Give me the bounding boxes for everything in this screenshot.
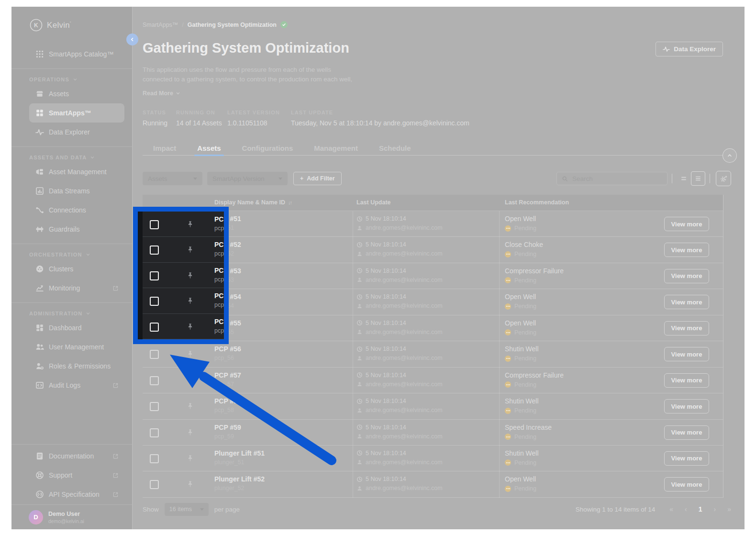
view-more-button[interactable]: View more <box>664 269 709 283</box>
sidebar-item-roles-permissions[interactable]: Roles & Permissions <box>29 357 124 376</box>
sidebar-item-connections[interactable]: Connections <box>29 201 124 220</box>
pin-icon[interactable] <box>187 377 194 384</box>
search-input[interactable] <box>571 175 662 183</box>
collapse-panel-button[interactable] <box>723 148 737 163</box>
sidebar-item-assets[interactable]: Assets <box>29 84 124 103</box>
view-more-button[interactable]: View more <box>664 425 709 440</box>
read-more-button[interactable]: Read More <box>143 90 180 97</box>
pagination-control[interactable]: » <box>727 505 731 513</box>
pagination-control[interactable]: ‹ <box>685 505 687 513</box>
add-filter-button[interactable]: + Add Filter <box>293 172 342 185</box>
asset-id: pcp_57 <box>214 381 241 388</box>
sidebar-item-label: Data Streams <box>49 187 90 195</box>
pin-icon[interactable] <box>187 220 194 227</box>
table-row[interactable]: PCP #55 pcp_55 5 Nov 18:10:14 andre.gome… <box>143 315 723 341</box>
table-row[interactable]: PCP #53 pcp_53 5 Nov 18:10:14 andre.gome… <box>143 263 723 289</box>
table-row[interactable]: PCP #56 pcp_56 5 Nov 18:10:14 andre.gome… <box>143 341 723 367</box>
smartapp-version-filter-select[interactable]: SmartApp Version <box>207 172 288 185</box>
view-more-button[interactable]: View more <box>664 451 709 466</box>
sort-icon[interactable]: ↓↑ <box>288 200 291 205</box>
asset-name: PCP #51 <box>214 215 241 223</box>
section-header[interactable]: ORCHESTRATION <box>29 250 124 259</box>
row-checkbox[interactable] <box>150 246 159 255</box>
sidebar-item-clusters[interactable]: Clusters <box>29 259 124 279</box>
view-more-button[interactable]: View more <box>664 217 709 231</box>
pin-icon[interactable] <box>187 350 194 357</box>
row-checkbox[interactable] <box>150 402 159 411</box>
view-more-button[interactable]: View more <box>664 373 709 388</box>
caret-down-icon <box>200 508 204 511</box>
sidebar-item-data-explorer[interactable]: Data Explorer <box>29 123 124 142</box>
section-header[interactable]: ADMINISTRATION <box>29 309 124 318</box>
view-more-button[interactable]: View more <box>664 295 709 309</box>
pin-icon[interactable] <box>187 402 194 410</box>
page-size-select[interactable]: 16 items <box>165 503 209 516</box>
sidebar-item-monitoring[interactable]: Monitoring <box>29 279 124 298</box>
pin-icon[interactable] <box>187 246 194 253</box>
table-row[interactable]: PCP #54 pcp_54 5 Nov 18:10:14 andre.gome… <box>143 289 723 315</box>
view-more-button[interactable]: View more <box>664 243 709 257</box>
table-row[interactable]: Plunger Lift #51 plunger_51 5 Nov 18:10:… <box>143 446 723 471</box>
sidebar-item-asset-management[interactable]: Asset Management <box>29 162 124 181</box>
pin-icon[interactable] <box>187 429 194 436</box>
table-row[interactable]: PCP #59 pcp_59 5 Nov 18:10:14 andre.gome… <box>143 420 723 446</box>
row-checkbox[interactable] <box>150 428 159 437</box>
pin-icon[interactable] <box>187 480 194 488</box>
row-checkbox[interactable] <box>150 220 159 229</box>
row-checkbox[interactable] <box>150 480 159 489</box>
table-row[interactable]: Plunger Lift #52 plunger_52 5 Nov 18:10:… <box>143 471 723 497</box>
data-explorer-button[interactable]: Data Explorer <box>656 42 723 56</box>
pin-icon[interactable] <box>187 324 194 332</box>
row-checkbox[interactable] <box>150 376 159 385</box>
view-more-button[interactable]: View more <box>664 321 709 335</box>
table-row[interactable]: PCP #58 pcp_58 5 Nov 18:10:14 andre.gome… <box>143 393 723 419</box>
user-profile[interactable]: D Demo User demo@kelvin.ai <box>11 504 132 529</box>
sidebar-item-documentation[interactable]: Documentation <box>29 447 124 466</box>
list-view-toggle[interactable] <box>691 171 705 186</box>
section-header[interactable]: OPERATIONS <box>29 75 124 84</box>
column-header-name[interactable]: Display Name & Name ID↓↑ <box>214 199 291 206</box>
sidebar-item-user-management[interactable]: User Management <box>29 337 124 357</box>
section-header[interactable]: ASSETS AND DATA <box>29 153 124 162</box>
table-row[interactable]: PCP #51 pcp_51 5 Nov 18:10:14 andre.gome… <box>143 211 723 237</box>
sidebar-collapse-button[interactable] <box>126 34 138 45</box>
sidebar-item-dashboard[interactable]: Dashboard <box>29 318 124 337</box>
row-checkbox[interactable] <box>150 350 159 359</box>
sidebar-item-support[interactable]: Support <box>29 466 124 485</box>
pin-icon[interactable] <box>187 455 194 462</box>
status-label: LAST UPDATE <box>291 110 469 115</box>
tab[interactable]: Assets <box>197 143 221 155</box>
user-name: Demo User <box>48 511 84 517</box>
tab[interactable]: Schedule <box>379 143 411 155</box>
view-more-button[interactable]: View more <box>664 399 709 413</box>
compact-view-toggle[interactable] <box>677 171 691 186</box>
assets-filter-select[interactable]: Assets <box>143 172 202 185</box>
pagination-control[interactable]: › <box>714 505 716 513</box>
row-checkbox[interactable] <box>150 454 159 463</box>
search-box[interactable] <box>556 172 667 185</box>
row-checkbox[interactable] <box>150 272 159 281</box>
table-row[interactable]: PCP #52 pcp_52 5 Nov 18:10:14 andre.gome… <box>143 237 723 263</box>
pin-icon[interactable] <box>187 298 194 305</box>
breadcrumb-parent[interactable]: SmartApps™ <box>143 22 178 28</box>
pagination-control[interactable]: 1 <box>699 505 702 513</box>
sidebar-item-audit-logs[interactable]: Audit Logs <box>29 376 124 395</box>
pagination-control[interactable]: « <box>669 505 673 513</box>
sidebar-item-smartapps[interactable]: SmartApps™ <box>29 103 124 123</box>
sidebar-item-api-specification[interactable]: API Specification <box>29 485 124 504</box>
sidebar-item-label: Assets <box>49 90 69 98</box>
view-more-button[interactable]: View more <box>664 347 709 361</box>
row-checkbox[interactable] <box>150 298 159 307</box>
pin-icon[interactable] <box>187 272 194 279</box>
sidebar-item-smartapps-catalog[interactable]: SmartApps Catalog™ <box>29 45 124 64</box>
sidebar-item-data-streams[interactable]: Data Streams <box>29 181 124 201</box>
view-more-button[interactable]: View more <box>664 477 709 491</box>
sidebar-item-guardrails[interactable]: Guardrails <box>29 220 124 239</box>
tab[interactable]: Impact <box>153 143 176 155</box>
table-row[interactable]: PCP #57 pcp_57 5 Nov 18:10:14 andre.gome… <box>143 368 723 393</box>
row-checkbox[interactable] <box>150 324 159 333</box>
tab[interactable]: Configurations <box>242 143 293 155</box>
pending-icon <box>505 434 511 440</box>
table-settings-button[interactable] <box>716 171 731 186</box>
tab[interactable]: Management <box>314 143 358 155</box>
